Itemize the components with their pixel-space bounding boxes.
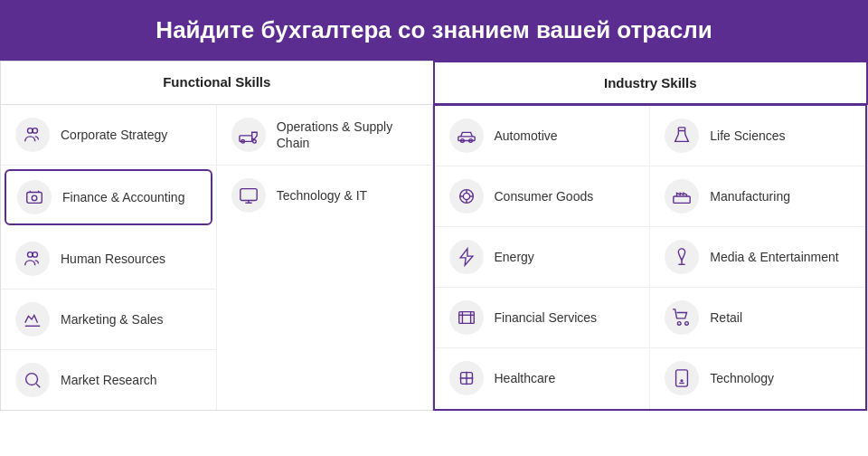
life-sciences-label: Life Sciences: [710, 128, 785, 144]
financial-services-label: Financial Services: [495, 309, 598, 326]
corporate-strategy-item[interactable]: Corporate Strategy: [1, 105, 216, 166]
svg-point-34: [685, 322, 689, 326]
financial-services-item[interactable]: Financial Services: [435, 288, 650, 348]
energy-label: Energy: [495, 249, 534, 265]
technology-item[interactable]: Technology: [650, 348, 865, 408]
media-entertainment-item[interactable]: Media & Entertainment: [650, 227, 865, 288]
technology-label: Technology: [710, 370, 774, 386]
retail-label: Retail: [710, 309, 742, 326]
human-resources-item[interactable]: Human Resources: [1, 229, 216, 290]
media-entertainment-label: Media & Entertainment: [710, 249, 838, 265]
retail-item[interactable]: Retail: [650, 288, 865, 348]
energy-item[interactable]: Energy: [435, 227, 650, 288]
finance-accounting-icon: [17, 180, 52, 214]
svg-rect-2: [27, 193, 42, 204]
functional-col: Corporate Strategy Finance & Accounting: [1, 105, 433, 410]
svg-point-1: [33, 128, 38, 134]
operations-supply-chain-label: Operations & Supply Chain: [277, 119, 418, 151]
financial-services-icon: [449, 300, 484, 335]
marketing-sales-label: Marketing & Sales: [61, 311, 164, 328]
svg-point-3: [32, 195, 37, 201]
manufacturing-label: Manufacturing: [710, 188, 790, 204]
manufacturing-icon: [665, 179, 699, 214]
svg-rect-30: [674, 196, 690, 203]
marketing-sales-icon: [15, 302, 50, 337]
svg-point-19: [463, 193, 469, 199]
human-resources-label: Human Resources: [61, 251, 165, 267]
healthcare-icon: [449, 361, 484, 395]
industry-skills-header: Industry Skills: [433, 61, 869, 105]
page-wrapper: Найдите бухгалтера со знанием вашей отра…: [0, 0, 868, 411]
svg-rect-35: [676, 370, 688, 386]
functional-skills-header: Functional Skills: [1, 62, 434, 104]
technology-it-item[interactable]: Technology & IT: [217, 166, 432, 225]
automotive-item[interactable]: Automotive: [435, 106, 650, 166]
functional-right-col: Operations & Supply Chain Technology & I…: [217, 105, 432, 410]
consumer-goods-item[interactable]: Consumer Goods: [435, 166, 650, 227]
industry-right-col: Life Sciences Manufacturing: [650, 106, 865, 409]
svg-rect-12: [241, 189, 257, 201]
technology-it-icon: [231, 178, 266, 213]
svg-point-5: [33, 252, 38, 258]
automotive-icon: [449, 119, 484, 153]
technology-it-label: Technology & IT: [277, 187, 367, 204]
svg-point-37: [681, 380, 683, 382]
table-header: Functional Skills Industry Skills: [1, 62, 867, 105]
skills-table: Functional Skills Industry Skills: [0, 61, 868, 411]
marketing-sales-item[interactable]: Marketing & Sales: [1, 290, 216, 350]
market-research-icon: [15, 363, 50, 397]
finance-accounting-item[interactable]: Finance & Accounting: [5, 169, 212, 225]
svg-point-7: [26, 374, 38, 385]
corporate-strategy-label: Corporate Strategy: [61, 127, 167, 143]
industry-left-col: Automotive: [435, 106, 651, 409]
consumer-goods-icon: [449, 179, 484, 214]
market-research-item[interactable]: Market Research: [1, 350, 216, 410]
consumer-goods-label: Consumer Goods: [495, 188, 594, 204]
industry-col: Automotive: [433, 104, 868, 411]
energy-icon: [449, 240, 484, 274]
svg-rect-25: [458, 312, 474, 324]
operations-supply-chain-item[interactable]: Operations & Supply Chain: [217, 105, 432, 166]
functional-left-col: Corporate Strategy Finance & Accounting: [1, 105, 217, 410]
healthcare-label: Healthcare: [495, 370, 556, 386]
svg-point-4: [28, 252, 33, 258]
svg-point-0: [28, 128, 33, 134]
header-banner: Найдите бухгалтера со знанием вашей отра…: [0, 0, 868, 61]
life-sciences-icon: [665, 119, 699, 153]
table-body: Corporate Strategy Finance & Accounting: [1, 105, 867, 410]
finance-accounting-label: Finance & Accounting: [62, 189, 184, 205]
manufacturing-item[interactable]: Manufacturing: [650, 166, 865, 227]
svg-point-11: [252, 140, 256, 144]
corporate-strategy-icon: [15, 118, 50, 152]
operations-supply-chain-icon: [231, 118, 266, 152]
human-resources-icon: [15, 242, 50, 276]
header-title: Найдите бухгалтера со знанием вашей отра…: [22, 16, 846, 44]
svg-line-8: [36, 384, 40, 387]
market-research-label: Market Research: [61, 372, 157, 388]
automotive-label: Automotive: [495, 128, 558, 144]
media-entertainment-icon: [665, 240, 699, 274]
svg-point-33: [678, 322, 682, 326]
healthcare-item[interactable]: Healthcare: [435, 348, 650, 408]
retail-icon: [665, 300, 699, 335]
life-sciences-item[interactable]: Life Sciences: [650, 106, 865, 166]
technology-icon: [665, 361, 699, 395]
svg-rect-29: [679, 128, 685, 131]
